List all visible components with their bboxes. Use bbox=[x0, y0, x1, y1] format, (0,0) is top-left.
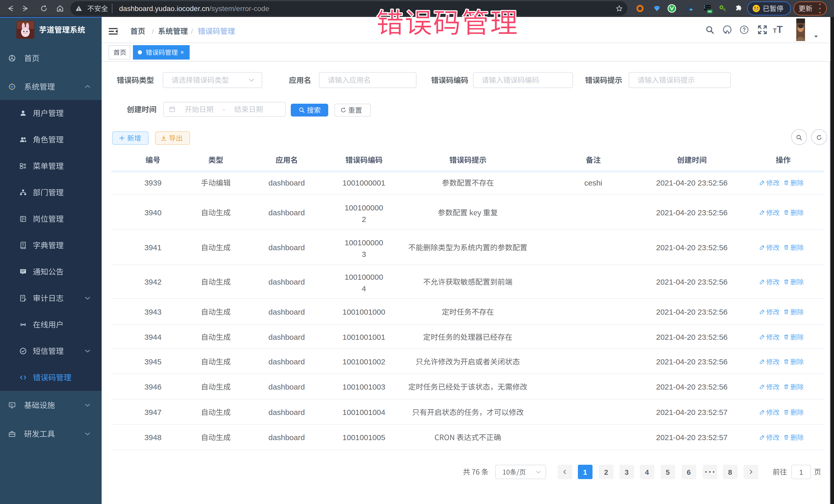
svg-text:on: on bbox=[708, 10, 711, 13]
